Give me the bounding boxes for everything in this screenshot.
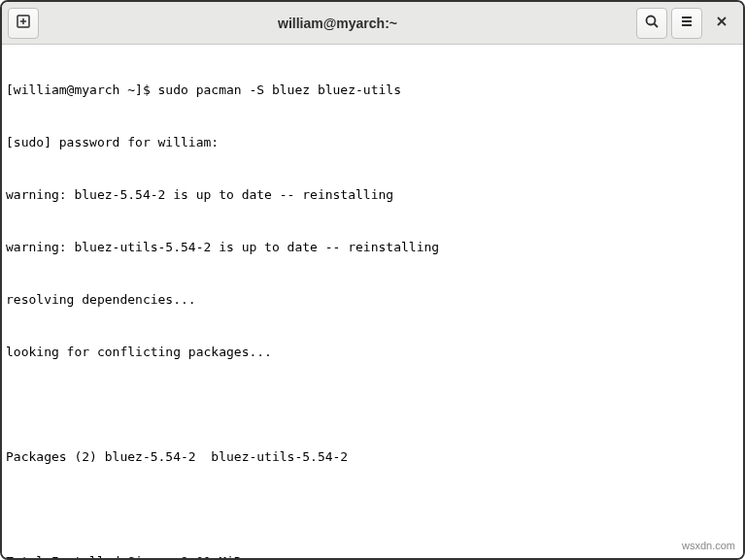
terminal-area[interactable]: [william@myarch ~]$ sudo pacman -S bluez… (2, 45, 743, 558)
hamburger-icon (679, 14, 694, 33)
svg-line-4 (655, 23, 659, 27)
terminal-line: resolving dependencies... (6, 291, 739, 309)
titlebar-right-group (636, 8, 737, 39)
close-icon (714, 14, 729, 33)
terminal-line (6, 501, 739, 518)
titlebar: william@myarch:~ (2, 2, 743, 45)
watermark: wsxdn.com (682, 537, 735, 554)
terminal-line: warning: bluez-utils-5.54-2 is up to dat… (6, 239, 739, 256)
search-icon (644, 14, 660, 33)
new-tab-button[interactable] (8, 8, 39, 39)
titlebar-left-group (8, 8, 39, 39)
terminal-line: Total Installed Size: 8.01 MiB (6, 553, 739, 560)
terminal-line: [sudo] password for william: (6, 134, 739, 151)
new-tab-icon (16, 14, 31, 33)
close-button[interactable] (706, 8, 737, 39)
menu-button[interactable] (671, 8, 702, 39)
terminal-line: Packages (2) bluez-5.54-2 bluez-utils-5.… (6, 448, 739, 466)
terminal-line: warning: bluez-5.54-2 is up to date -- r… (6, 186, 739, 204)
terminal-line: [william@myarch ~]$ sudo pacman -S bluez… (6, 82, 739, 99)
terminal-line: looking for conflicting packages... (6, 344, 739, 361)
search-button[interactable] (636, 8, 667, 39)
svg-point-3 (647, 16, 656, 24)
terminal-line (6, 396, 739, 413)
window-title: william@myarch:~ (43, 16, 632, 31)
